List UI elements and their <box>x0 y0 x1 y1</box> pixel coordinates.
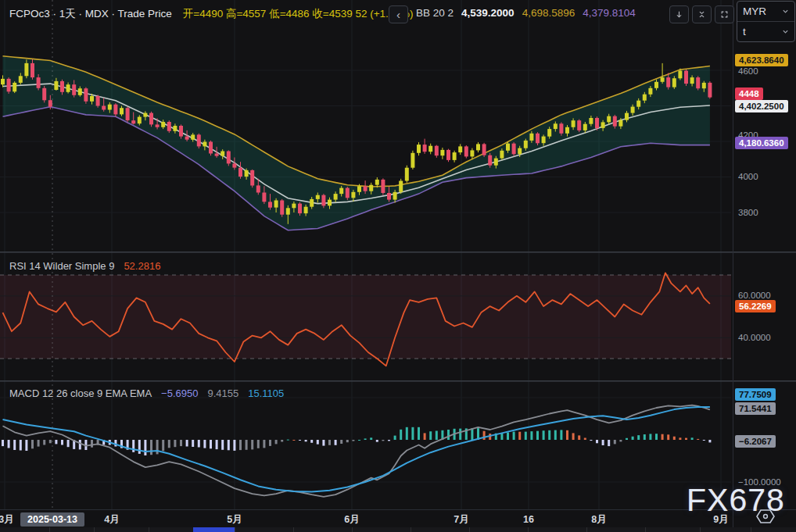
price-axis[interactable]: 460042004000380060.000040.0000−100.00004… <box>733 0 796 527</box>
bb-upper-value: 4,698.5896 <box>522 7 575 19</box>
price-axis-tick: −100.0000 <box>738 477 781 487</box>
bb-indicator-title[interactable]: BB 20 2 <box>416 7 454 19</box>
price-axis-tick: 4600 <box>738 66 758 76</box>
ohlc-values: 开=4490 高=4557 低=4486 收=4539 52 (+1.16%) <box>183 7 414 21</box>
pane-toolbar <box>669 5 734 23</box>
collapse-icon <box>698 11 705 18</box>
strip-divider <box>645 527 646 532</box>
chart-canvas[interactable] <box>0 0 796 509</box>
time-axis-label: 6月 <box>344 512 359 526</box>
bb-lower-value: 4,379.8104 <box>583 7 636 19</box>
strip-divider <box>352 527 353 532</box>
macd-indicator-title[interactable]: MACD 12 26 close 9 EMA EMA <box>9 387 152 399</box>
chevron-down-icon <box>782 8 789 15</box>
arrow-down-icon <box>676 11 683 18</box>
hexagon-logo-icon <box>755 509 776 524</box>
price-axis-tick: 4000 <box>738 172 758 181</box>
bb-indicator-legend: BB 20 2 4,539.2000 4,698.5896 4,379.8104 <box>416 7 636 19</box>
crosshair-date-badge: 2025-03-13 <box>20 512 84 527</box>
bb-upper-price-badge: 4,623.8640 <box>735 54 788 66</box>
time-axis[interactable]: 3月4月5月6月7月168月9月2025-03-13 <box>0 509 796 528</box>
bb-lower-price-badge: 4,180.6360 <box>735 137 788 149</box>
price-axis-tick: 40.0000 <box>738 333 771 342</box>
time-axis-label: 5月 <box>227 512 242 526</box>
pane-divider <box>0 252 796 253</box>
macd-signal-value: 15.1105 <box>248 387 284 399</box>
axis-settings-panel: MYR t <box>737 1 795 42</box>
time-axis-label: 9月 <box>713 512 728 526</box>
time-axis-label: 7月 <box>454 512 468 526</box>
time-axis-label: 8月 <box>591 512 606 526</box>
unit-dropdown[interactable]: t <box>737 21 794 41</box>
chevron-left-button[interactable]: ‹ <box>389 5 408 23</box>
macd-line-badge: 71.5441 <box>735 402 776 415</box>
strip-divider <box>149 527 149 532</box>
chevron-down-icon <box>782 28 789 35</box>
strip-divider <box>411 527 411 532</box>
collapse-pane-button[interactable] <box>692 5 712 23</box>
price-axis-tick: 60.0000 <box>738 291 771 300</box>
rsi-band-fill <box>0 275 731 359</box>
strip-divider <box>49 527 50 532</box>
macd-pane <box>0 398 731 497</box>
time-axis-label: 4月 <box>104 512 119 526</box>
strip-divider <box>469 527 470 532</box>
macd-signal-line <box>3 407 710 492</box>
currency-dropdown[interactable]: MYR <box>737 2 794 21</box>
pane-divider <box>0 380 796 382</box>
macd-line <box>3 405 710 497</box>
strip-divider <box>235 527 235 532</box>
gridlines <box>0 0 731 509</box>
symbol-title[interactable]: FCPOc3 · 1天 · MDX · Trade Price <box>9 7 172 21</box>
macd-signal-badge: 77.7509 <box>735 388 776 401</box>
strip-divider <box>94 527 95 532</box>
time-axis-label: 3月 <box>0 512 14 526</box>
rsi-pane <box>0 273 731 366</box>
time-axis-label: 16 <box>523 514 534 525</box>
price-axis-tick: 3800 <box>738 208 758 217</box>
rsi-value-badge: 56.2269 <box>735 300 776 312</box>
macd-hist-value: −5.6950 <box>161 387 198 399</box>
unit-value: t <box>743 26 746 37</box>
strip-divider <box>751 527 751 532</box>
maximize-icon <box>721 11 728 18</box>
strip-divider <box>528 527 529 532</box>
strip-divider <box>586 527 587 532</box>
strip-divider <box>293 527 294 532</box>
macd-indicator-legend: MACD 12 26 close 9 EMA EMA −5.6950 9.415… <box>9 387 284 399</box>
rsi-indicator-title[interactable]: RSI 14 Wilder Simple 9 <box>9 260 114 272</box>
bollinger-bands <box>3 56 710 230</box>
maximize-pane-button[interactable] <box>715 5 734 23</box>
macd-line-value: 9.4155 <box>207 387 238 399</box>
strip-divider <box>700 527 701 532</box>
arrow-down-button[interactable] <box>669 5 689 23</box>
bottom-scrollbar-strip[interactable] <box>0 527 796 532</box>
rsi-indicator-value: 52.2816 <box>124 260 160 272</box>
bb-basis-price-badge: 4,402.2500 <box>735 100 788 112</box>
bb-basis-value: 4,539.2000 <box>461 7 515 19</box>
strip-active-segment[interactable] <box>193 527 235 532</box>
main-legend: FCPOc3 · 1天 · MDX · Trade Price 开=4490 高… <box>9 7 413 21</box>
macd-hist-badge: −6.2067 <box>735 435 776 448</box>
last-price-badge: 4448 <box>735 87 763 100</box>
currency-value: MYR <box>743 5 766 17</box>
trading-chart-app: FCPOc3 · 1天 · MDX · Trade Price 开=4490 高… <box>0 0 796 532</box>
rsi-indicator-legend: RSI 14 Wilder Simple 9 52.2816 <box>9 260 160 272</box>
